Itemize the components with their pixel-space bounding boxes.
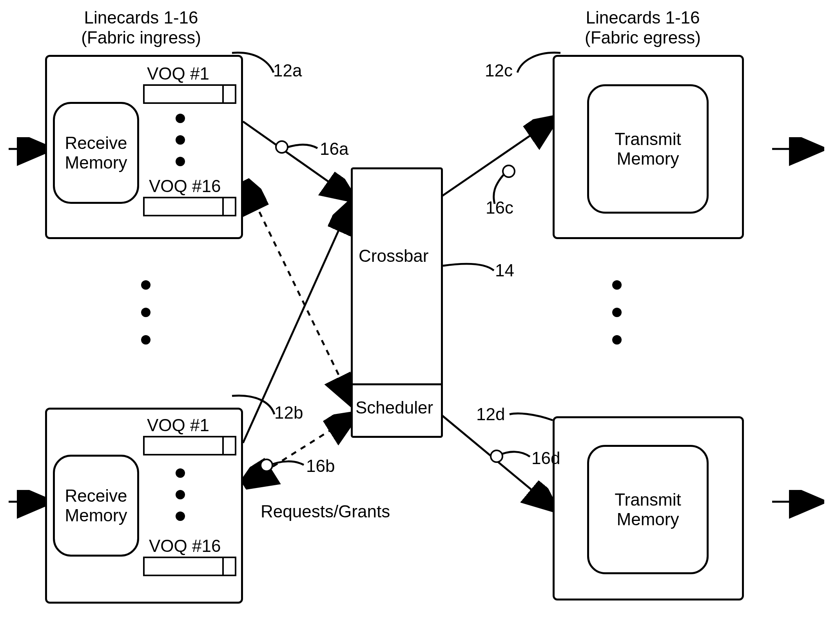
requests-grants-label: Requests/Grants <box>261 502 390 522</box>
ref-12c: 12c <box>485 61 513 81</box>
diagram-canvas: Linecards 1-16 (Fabric ingress) Linecard… <box>0 0 827 644</box>
vdot-icon <box>176 512 185 521</box>
vdot-icon <box>612 280 622 290</box>
vdot-icon <box>176 114 185 123</box>
ingress-bottom-voq1-bar <box>143 436 236 455</box>
svg-line-8 <box>245 182 351 400</box>
ingress-top-voq1-bar <box>143 84 236 104</box>
egress-title: Linecards 1-16 (Fabric egress) <box>572 8 713 47</box>
leader-marker-icon <box>490 450 503 463</box>
ref-16b: 16b <box>306 456 335 476</box>
ref-16c: 16c <box>486 198 513 218</box>
ref-12d: 12d <box>476 405 505 424</box>
svg-line-6 <box>442 122 551 196</box>
ingress-title-line1: Linecards 1-16 <box>84 8 198 27</box>
vdot-icon <box>176 157 185 166</box>
leader-marker-icon <box>275 140 288 154</box>
egress-top-transmit-memory: Transmit Memory <box>587 84 709 214</box>
ingress-bottom-voq16-bar <box>143 557 236 576</box>
ingress-top-voq16-label: VOQ #16 <box>149 176 221 196</box>
ingress-top-mem-label: Receive Memory <box>65 133 127 172</box>
egress-bottom-mem-label: Transmit Memory <box>615 490 681 529</box>
vdot-icon <box>176 468 185 478</box>
crossbar-label: Crossbar <box>359 246 429 266</box>
ingress-title-line2: (Fabric ingress) <box>81 28 201 47</box>
egress-title-line2: (Fabric egress) <box>585 28 701 47</box>
vdot-icon <box>141 335 151 345</box>
egress-bottom-transmit-memory: Transmit Memory <box>587 445 709 574</box>
vdot-icon <box>141 308 151 317</box>
crossbar-scheduler-divider <box>353 383 441 385</box>
ingress-bottom-receive-memory: Receive Memory <box>53 455 139 557</box>
ingress-bottom-voq16-label: VOQ #16 <box>149 536 221 556</box>
vdot-icon <box>176 135 185 145</box>
svg-line-9 <box>245 417 351 484</box>
leader-marker-icon <box>502 165 515 178</box>
ingress-title: Linecards 1-16 (Fabric ingress) <box>71 8 212 47</box>
egress-title-line1: Linecards 1-16 <box>586 8 700 27</box>
crossbar-scheduler-box <box>351 167 443 438</box>
leader-marker-icon <box>260 459 273 472</box>
vdot-icon <box>612 335 622 345</box>
vdot-icon <box>612 308 622 317</box>
ingress-top-voq16-bar <box>143 197 236 216</box>
ingress-top-receive-memory: Receive Memory <box>53 102 139 204</box>
ref-14: 14 <box>495 261 514 281</box>
ref-16d: 16d <box>531 448 560 468</box>
ingress-bottom-mem-label: Receive Memory <box>65 486 127 525</box>
scheduler-label: Scheduler <box>355 398 433 418</box>
ingress-top-voq1-label: VOQ #1 <box>147 64 209 84</box>
ref-16a: 16a <box>320 139 348 159</box>
ref-12b: 12b <box>274 403 303 423</box>
ref-12a: 12a <box>273 61 302 81</box>
ingress-bottom-voq1-label: VOQ #1 <box>147 415 209 435</box>
egress-top-mem-label: Transmit Memory <box>615 129 681 169</box>
vdot-icon <box>176 490 185 499</box>
vdot-icon <box>141 280 151 290</box>
